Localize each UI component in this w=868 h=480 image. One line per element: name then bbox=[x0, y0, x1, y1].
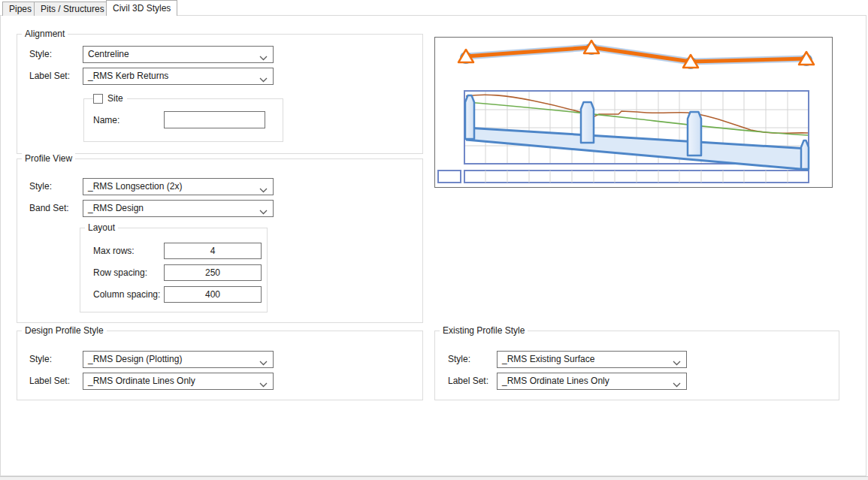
alignment-style-label: Style: bbox=[29, 49, 52, 59]
site-name-input[interactable] bbox=[164, 111, 265, 128]
column-spacing-label: Column spacing: bbox=[93, 289, 160, 300]
dialog-bottom-edge bbox=[0, 476, 868, 480]
layout-group: Layout Max rows: Row spacing: Column spa… bbox=[80, 228, 268, 312]
existing-profile-style-group-title: Existing Profile Style bbox=[440, 325, 528, 336]
alignment-group-title: Alignment bbox=[22, 29, 68, 39]
design-style-label: Style: bbox=[29, 354, 52, 364]
civil3d-styles-dialog: { "tabs": { "items": [ {"label": "Pipes"… bbox=[0, 0, 868, 480]
site-name-label: Name: bbox=[93, 115, 119, 125]
profile-view-group: Profile View Style: _RMS Longsection (2x… bbox=[17, 158, 423, 323]
tab-civil-3d-styles[interactable]: Civil 3D Styles bbox=[106, 0, 177, 16]
profile-view-band-set-value: _RMS Design bbox=[88, 203, 144, 213]
profile-view-band-set-label: Band Set: bbox=[29, 203, 69, 213]
profile-view-style-combobox[interactable]: _RMS Longsection (2x) bbox=[83, 178, 274, 195]
existing-label-set-label: Label Set: bbox=[448, 376, 488, 386]
layout-group-title: Layout bbox=[85, 222, 118, 233]
profile-view-group-title: Profile View bbox=[22, 153, 75, 164]
alignment-style-combobox[interactable]: Centreline bbox=[83, 46, 274, 63]
existing-profile-style-group: Existing Profile Style Style: _RMS Exist… bbox=[434, 331, 839, 400]
site-group-title: Site bbox=[107, 93, 123, 104]
style-preview-image bbox=[435, 38, 832, 187]
alignment-label-set-combobox[interactable]: _RMS Kerb Returns bbox=[83, 68, 274, 85]
design-label-set-value: _RMS Ordinate Lines Only bbox=[88, 376, 195, 386]
chevron-down-icon bbox=[259, 379, 268, 390]
design-label-set-combobox[interactable]: _RMS Ordinate Lines Only bbox=[83, 373, 274, 390]
max-rows-label: Max rows: bbox=[93, 246, 135, 256]
tab-pipes[interactable]: Pipes bbox=[2, 2, 38, 16]
design-label-set-label: Label Set: bbox=[29, 376, 70, 386]
style-preview-panel bbox=[434, 37, 833, 188]
chevron-down-icon bbox=[259, 185, 268, 195]
design-profile-style-group-title: Design Profile Style bbox=[22, 325, 107, 336]
chevron-down-icon bbox=[259, 74, 268, 85]
design-style-value: _RMS Design (Plotting) bbox=[88, 354, 182, 364]
column-spacing-input[interactable] bbox=[164, 286, 262, 303]
chevron-down-icon bbox=[259, 207, 268, 217]
row-spacing-input[interactable] bbox=[164, 264, 262, 281]
existing-label-set-value: _RMS Ordinate Lines Only bbox=[502, 376, 609, 386]
profile-view-band-set-combobox[interactable]: _RMS Design bbox=[83, 200, 274, 217]
chevron-down-icon bbox=[673, 379, 681, 390]
alignment-label-set-value: _RMS Kerb Returns bbox=[88, 71, 168, 81]
existing-style-label: Style: bbox=[448, 354, 470, 364]
chevron-down-icon bbox=[259, 358, 268, 368]
row-spacing-label: Row spacing: bbox=[93, 267, 147, 278]
design-style-combobox[interactable]: _RMS Design (Plotting) bbox=[83, 351, 274, 368]
max-rows-input[interactable] bbox=[164, 243, 262, 259]
existing-style-value: _RMS Existing Surface bbox=[502, 354, 594, 364]
chevron-down-icon bbox=[673, 358, 681, 368]
existing-label-set-combobox[interactable]: _RMS Ordinate Lines Only bbox=[497, 373, 687, 390]
site-group: Site Name: bbox=[83, 98, 283, 142]
profile-view-style-value: _RMS Longsection (2x) bbox=[88, 181, 182, 192]
profile-view-style-label: Style: bbox=[29, 181, 52, 192]
existing-style-combobox[interactable]: _RMS Existing Surface bbox=[497, 351, 687, 368]
alignment-label-set-label: Label Set: bbox=[29, 71, 70, 81]
alignment-style-value: Centreline bbox=[88, 49, 129, 59]
profile-bands bbox=[438, 171, 809, 183]
chevron-down-icon bbox=[259, 53, 268, 63]
site-checkbox[interactable] bbox=[93, 94, 103, 104]
design-profile-style-group: Design Profile Style Style: _RMS Design … bbox=[17, 331, 423, 400]
alignment-group: Alignment Style: Centreline Label Set: _… bbox=[17, 34, 423, 154]
tab-pits-structures[interactable]: Pits / Structures bbox=[34, 2, 111, 16]
